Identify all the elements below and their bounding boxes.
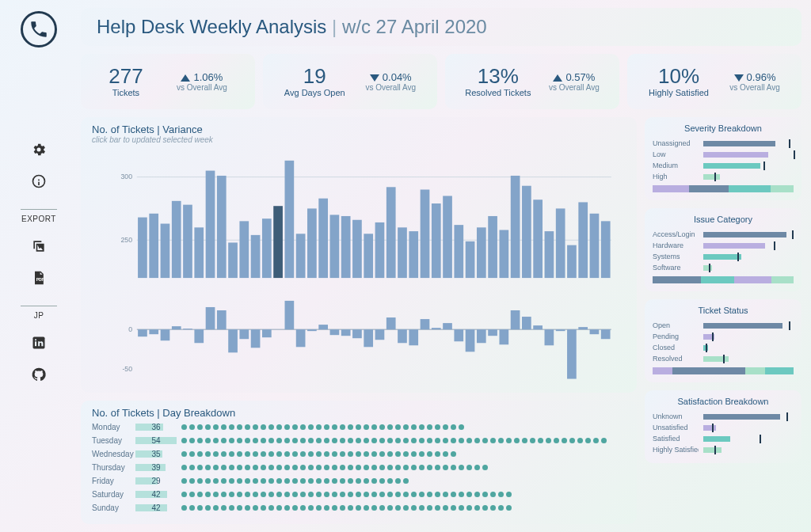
kpi-card: 19Avg Days Open 0.04%vs Overall Avg [263,54,437,109]
linkedin-icon[interactable] [30,334,48,352]
dot-icon [474,505,480,511]
dot-icon [205,424,211,430]
svg-rect-95 [601,329,611,339]
github-icon[interactable] [30,366,48,383]
logo-phone-icon [21,11,57,48]
dot-icon [332,492,337,497]
dot-icon [268,438,274,443]
dot-icon [506,438,512,443]
dot-icon [324,492,329,497]
dot-icon [316,451,322,457]
dot-icon [348,505,353,511]
dot-icon [197,492,203,497]
dot-icon [340,438,345,443]
dot-icon [371,492,377,497]
breakdown-row: Highly Satisfied [653,444,794,455]
dot-icon [427,424,432,430]
dot-icon [221,438,227,443]
dot-icon [316,492,322,497]
dot-icon [340,424,345,430]
dot-icon [308,465,314,470]
dot-icon [371,465,377,470]
dot-icon [197,424,203,430]
dot-icon [229,465,234,470]
breakdown-bar [703,174,794,180]
dot-icon [593,438,599,443]
day-dots [181,505,626,511]
breakdown-bar [703,141,794,146]
kpi-card: 10%Highly Satisfied 0.96%vs Overall Avg [627,54,801,109]
dot-icon [364,424,369,430]
kpi-sub: vs Overall Avg [729,83,780,92]
dot-icon [538,438,543,443]
dot-icon [482,438,488,443]
dot-icon [205,438,211,443]
variance-panel: No. of Tickets | Variance click bar to u… [81,117,637,393]
dot-icon [514,438,520,443]
dot-icon [229,492,234,497]
svg-rect-29 [375,222,385,278]
dot-icon [292,505,298,511]
breakdown-panel: Severity Breakdown Unassigned Low Medium… [645,117,801,200]
day-breakdown-panel: No. of Tickets | Day Breakdown Monday 36… [81,401,637,524]
svg-rect-93 [578,327,588,329]
dot-icon [387,438,393,443]
tickets-bar-chart[interactable]: 250300No. of Tickets [81,144,637,286]
dot-icon [221,478,227,484]
svg-rect-21 [285,161,295,278]
dot-icon [379,492,385,497]
dot-icon [189,451,195,457]
dot-icon [245,451,250,457]
dot-icon [245,465,250,470]
dot-icon [348,424,353,430]
breakdown-bar [703,425,794,431]
kpi-sub: vs Overall Avg [365,83,416,92]
day-row: Tuesday 54 [92,434,626,447]
title-bar: Help Desk Weekly Analysis | w/c 27 April… [81,8,801,46]
dot-icon [387,505,393,511]
day-dots [181,478,626,484]
dot-icon [324,438,329,443]
gear-icon[interactable] [30,141,48,158]
breakdown-label: Resolved [653,355,699,363]
breakdown-row: Pending [653,331,794,342]
dot-icon [435,492,440,497]
dot-icon [189,424,195,430]
dot-icon [451,492,456,497]
dot-icon [340,478,345,484]
title-text: Help Desk Weekly Analysis [97,16,326,37]
breakdown-label: Unassigned [653,139,699,147]
breakdown-label: Unsatisfied [653,424,699,431]
dot-icon [530,438,535,443]
pdf-export-icon[interactable]: PDF [30,269,48,287]
breakdown-row: Unsatisfied [653,422,794,433]
svg-rect-42 [522,186,531,278]
dot-icon [546,438,551,443]
dot-icon [284,478,290,484]
svg-rect-84 [477,329,486,343]
dot-icon [213,451,219,457]
dot-icon [284,492,290,497]
svg-rect-45 [556,208,565,278]
breakdown-label: Satisfied [653,435,699,443]
svg-rect-27 [352,220,362,278]
image-export-icon[interactable] [30,238,48,255]
dot-icon [284,438,290,443]
svg-text:-50: -50 [122,365,132,373]
breakdown-title: Ticket Status [653,306,794,315]
day-value: 39 [135,463,177,472]
dot-icon [490,505,496,511]
svg-rect-43 [533,200,543,278]
dot-icon [435,465,440,470]
dot-icon [316,478,322,484]
day-value: 42 [135,504,177,512]
svg-rect-2 [35,341,36,346]
dot-icon [474,438,480,443]
variance-bar-chart[interactable]: -500Variance to Selected Week [81,286,637,393]
title-period: w/c 27 April 2020 [342,16,487,37]
svg-rect-62 [228,329,238,352]
info-icon[interactable] [30,173,48,190]
dot-icon [451,451,456,457]
svg-rect-26 [341,216,351,278]
dot-icon [474,492,480,497]
